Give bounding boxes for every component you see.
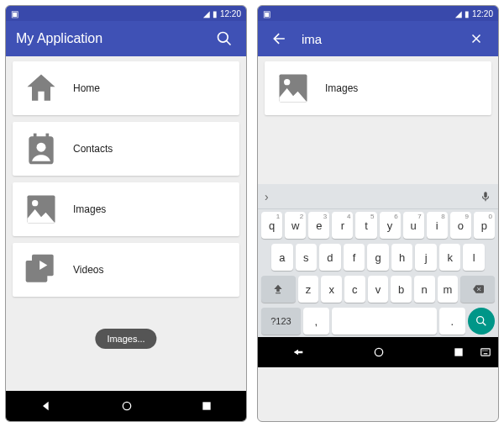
ime-switch-button[interactable]: [480, 346, 491, 358]
key-k[interactable]: k: [439, 244, 461, 271]
key-j[interactable]: j: [415, 244, 437, 271]
back-icon[interactable]: [268, 27, 291, 50]
search-icon[interactable]: [213, 27, 236, 50]
symbols-key[interactable]: ?123: [261, 308, 301, 335]
back-button[interactable]: [291, 345, 305, 359]
space-key[interactable]: [332, 308, 437, 335]
key-r[interactable]: r4: [332, 212, 353, 239]
list-item[interactable]: Contacts: [13, 122, 239, 176]
app-bar-search: [258, 21, 498, 56]
key-b[interactable]: b: [391, 276, 412, 303]
keyboard-row-3: zxcvbnm: [258, 273, 498, 305]
key-i[interactable]: i8: [427, 212, 448, 239]
app-title: My Application: [16, 31, 102, 46]
key-c[interactable]: c: [344, 276, 365, 303]
search-action-key[interactable]: [468, 308, 495, 335]
phone-right: ▣ ◢ ▮ 12:20 Images ›: [257, 5, 499, 422]
contacts-icon: [23, 130, 60, 167]
key-l[interactable]: l: [463, 244, 485, 271]
list-content: Home Contacts Images Videos Images...: [6, 56, 246, 391]
list-item[interactable]: Images: [13, 182, 239, 236]
key-t[interactable]: t5: [355, 212, 376, 239]
nav-bar: [6, 391, 246, 421]
keyboard-row-2: asdfghjkl: [258, 241, 498, 273]
backspace-key[interactable]: [460, 276, 495, 303]
videos-icon: [23, 251, 60, 288]
shift-key[interactable]: [261, 276, 296, 303]
key-y[interactable]: y6: [380, 212, 401, 239]
home-button[interactable]: [120, 399, 134, 413]
keyboard-row-4: ?123 , .: [258, 305, 498, 337]
svg-rect-19: [481, 349, 491, 356]
key-h[interactable]: h: [391, 244, 413, 271]
svg-rect-14: [276, 293, 281, 293]
key-s[interactable]: s: [296, 244, 318, 271]
key-o[interactable]: o9: [450, 212, 471, 239]
svg-rect-20: [483, 351, 484, 351]
svg-point-17: [375, 348, 382, 356]
svg-rect-3: [34, 134, 37, 140]
svg-rect-23: [484, 353, 488, 354]
key-v[interactable]: v: [368, 276, 389, 303]
key-a[interactable]: a: [271, 244, 293, 271]
voice-input-icon[interactable]: [480, 191, 491, 203]
svg-rect-22: [486, 351, 487, 351]
status-bar: ▣ ◢ ▮ 12:20: [6, 6, 246, 21]
svg-rect-21: [485, 351, 486, 351]
expand-suggestions-icon[interactable]: ›: [265, 190, 269, 203]
list-item[interactable]: Images: [265, 61, 491, 115]
key-n[interactable]: n: [414, 276, 435, 303]
clock-text: 12:20: [472, 9, 493, 18]
recents-button[interactable]: [201, 400, 213, 412]
status-bar: ▣ ◢ ▮ 12:20: [258, 6, 498, 21]
app-bar: My Application: [6, 21, 246, 56]
svg-point-5: [37, 143, 46, 152]
back-button[interactable]: [39, 399, 53, 413]
list-item-label: Contacts: [73, 143, 113, 155]
key-e[interactable]: e3: [308, 212, 329, 239]
key-x[interactable]: x: [321, 276, 342, 303]
battery-icon: ▮: [465, 9, 470, 18]
period-key[interactable]: .: [439, 308, 465, 335]
svg-point-13: [284, 79, 290, 85]
key-f[interactable]: f: [344, 244, 365, 271]
list-item-label: Videos: [73, 264, 103, 276]
key-p[interactable]: p0: [474, 212, 495, 239]
soft-keyboard: › q1w2e3r4t5y6u7i8o9p0 asdfghjkl zxcvbnm…: [258, 184, 498, 337]
svg-point-0: [218, 33, 228, 43]
key-m[interactable]: m: [438, 276, 459, 303]
suggestion-bar: ›: [258, 184, 498, 209]
key-g[interactable]: g: [367, 244, 389, 271]
svg-rect-11: [202, 402, 210, 409]
key-u[interactable]: u7: [403, 212, 424, 239]
nav-bar: [258, 337, 498, 367]
signal-icon: ◢: [203, 9, 210, 18]
key-z[interactable]: z: [298, 276, 319, 303]
svg-line-1: [227, 41, 231, 45]
list-item-label: Home: [73, 82, 100, 94]
toast-message: Images...: [95, 329, 156, 349]
svg-rect-18: [454, 348, 462, 356]
comma-key[interactable]: ,: [303, 308, 329, 335]
key-w[interactable]: w2: [285, 212, 306, 239]
signal-icon: ◢: [455, 9, 462, 18]
phone-left: ▣ ◢ ▮ 12:20 My Application Home Contacts: [5, 5, 247, 422]
svg-point-10: [123, 402, 130, 409]
clock-text: 12:20: [220, 9, 241, 18]
list-item[interactable]: Videos: [13, 243, 239, 297]
search-input[interactable]: [302, 32, 465, 46]
key-q[interactable]: q1: [261, 212, 282, 239]
battery-icon: ▮: [213, 9, 218, 18]
list-item-label: Images: [73, 203, 106, 215]
close-icon[interactable]: [465, 27, 488, 50]
svg-line-16: [482, 322, 486, 325]
recents-button[interactable]: [453, 346, 465, 358]
images-icon: [275, 70, 312, 107]
svg-point-7: [32, 200, 38, 206]
debug-icon: ▣: [11, 9, 18, 18]
search-results: Images: [258, 56, 498, 184]
debug-icon: ▣: [263, 9, 270, 18]
home-button[interactable]: [372, 345, 386, 359]
list-item[interactable]: Home: [13, 61, 239, 115]
key-d[interactable]: d: [319, 244, 341, 271]
